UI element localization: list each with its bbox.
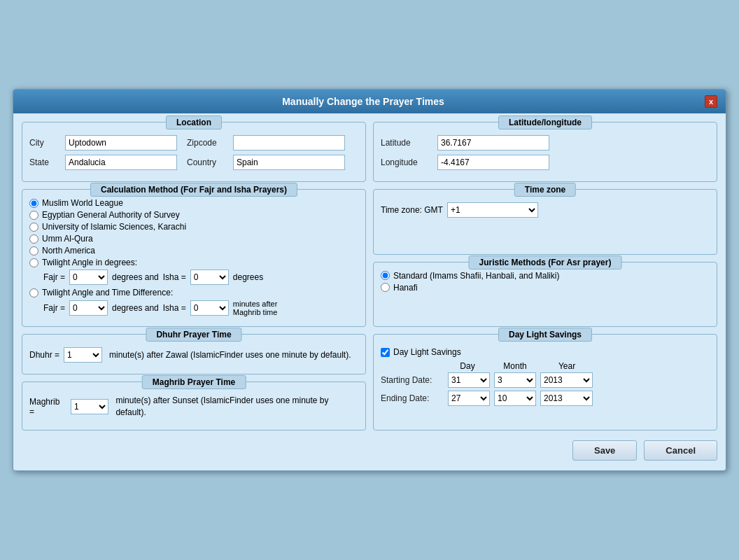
method-5-item: North America bbox=[29, 246, 358, 255]
twilight-diff-row: Fajr = 012 degrees and Isha = 012 minute… bbox=[43, 300, 358, 316]
year-col-label: Year bbox=[546, 361, 588, 371]
method-4-radio[interactable] bbox=[29, 234, 38, 244]
maghrib-select[interactable]: 102 bbox=[71, 399, 108, 414]
longitude-input[interactable] bbox=[437, 155, 549, 170]
isha-degrees-select-2[interactable]: 012 bbox=[190, 300, 229, 316]
timezone-header: Time zone bbox=[514, 183, 576, 197]
juristic-header: Juristic Methods (For Asr prayer) bbox=[469, 255, 622, 270]
city-row: City Zipcode bbox=[29, 135, 358, 150]
longitude-row: Longitude bbox=[381, 155, 710, 170]
fajr-degrees-select-1[interactable]: 0123 bbox=[69, 270, 108, 285]
juristic-1-radio[interactable] bbox=[381, 271, 390, 280]
lat-lon-header: Latitude/longitude bbox=[498, 115, 592, 130]
end-day-select[interactable]: 27131 bbox=[448, 391, 490, 406]
start-month-select[interactable]: 316 bbox=[494, 372, 536, 388]
latitude-input[interactable] bbox=[437, 135, 549, 150]
day-col-label: Day bbox=[451, 361, 484, 371]
method-7-item: Twilight Angle and Time Difference: bbox=[29, 288, 358, 298]
end-year-select[interactable]: 201320122014 bbox=[540, 391, 593, 406]
zipcode-label: Zipcode bbox=[187, 138, 229, 148]
month-col-label: Month bbox=[494, 361, 536, 371]
dhuhr-select[interactable]: 102 bbox=[64, 347, 102, 363]
ending-date-row: Ending Date: 27131 10112 201320122014 bbox=[381, 391, 710, 406]
timezone-label: Time zone: GMT bbox=[381, 205, 443, 215]
juristic-2-radio[interactable] bbox=[381, 283, 390, 292]
dls-section: Day Light Savings Day Light Savings Day … bbox=[373, 334, 717, 430]
timezone-select[interactable]: +1 0 +2 +3 -1 bbox=[447, 202, 538, 218]
method-7-radio[interactable] bbox=[29, 288, 38, 298]
maghrib-description: minute(s) after Sunset (IslamicFinder us… bbox=[115, 395, 358, 419]
city-input[interactable] bbox=[65, 135, 177, 150]
start-day-select[interactable]: 31115 bbox=[448, 372, 490, 388]
juristic-2-label: Hanafi bbox=[393, 283, 418, 293]
lat-lon-content: Latitude Longitude bbox=[381, 135, 710, 170]
timezone-content: Time zone: GMT +1 0 +2 +3 -1 bbox=[381, 202, 710, 218]
method-5-radio[interactable] bbox=[29, 246, 38, 255]
state-row: State Country bbox=[29, 155, 358, 170]
method-6-item: Twilight Angle in degrees: bbox=[29, 258, 358, 267]
starting-date-label: Starting Date: bbox=[381, 375, 444, 385]
dhuhr-content: Dhuhr = 102 minute(s) after Zawal (Islam… bbox=[29, 347, 358, 363]
dls-header: Day Light Savings bbox=[498, 328, 592, 342]
latitude-row: Latitude bbox=[381, 135, 710, 150]
isha-degrees-select-1[interactable]: 012 bbox=[190, 270, 229, 285]
method-2-label: Egyptian General Authority of Survey bbox=[42, 210, 180, 220]
location-section-header: Location bbox=[166, 115, 222, 130]
isha-label-2: Isha = bbox=[163, 303, 186, 313]
button-row: Save Cancel bbox=[22, 438, 717, 462]
method-3-item: University of Islamic Sciences, Karachi bbox=[29, 222, 358, 232]
maghrib-section: Maghrib Prayer Time Maghrib = 102 minute… bbox=[22, 382, 366, 430]
zipcode-input[interactable] bbox=[233, 135, 345, 150]
start-year-select[interactable]: 201320122014 bbox=[540, 372, 593, 388]
fajr-label-1: Fajr = bbox=[43, 272, 65, 282]
juristic-1-label: Standard (Imams Shafii, Hanbali, and Mal… bbox=[393, 271, 559, 281]
degrees-label-1: degrees bbox=[233, 272, 263, 282]
timezone-row: Time zone: GMT +1 0 +2 +3 -1 bbox=[381, 202, 710, 218]
window-title: Manually Change the Prayer Times bbox=[22, 96, 705, 107]
city-label: City bbox=[29, 138, 61, 148]
close-button[interactable]: x bbox=[705, 95, 717, 108]
method-3-radio[interactable] bbox=[29, 223, 38, 232]
dls-checkbox-row: Day Light Savings bbox=[381, 347, 710, 357]
calculation-content: Muslim World League Egyptian General Aut… bbox=[29, 198, 358, 316]
date-column-headers: Day Month Year bbox=[451, 361, 710, 371]
timezone-section: Time zone Time zone: GMT +1 0 +2 +3 -1 bbox=[373, 189, 717, 255]
method-4-label: Umm Al-Qura bbox=[42, 234, 93, 244]
fajr-degrees-select-2[interactable]: 012 bbox=[69, 300, 108, 316]
maghrib-content: Maghrib = 102 minute(s) after Sunset (Is… bbox=[29, 395, 358, 419]
juristic-content: Standard (Imams Shafii, Hanbali, and Mal… bbox=[381, 271, 710, 293]
content-area: Location City Zipcode State Country Lati… bbox=[13, 113, 726, 470]
calculation-header: Calculation Method (For Fajr and Isha Pr… bbox=[90, 183, 297, 197]
method-3-label: University of Islamic Sciences, Karachi bbox=[42, 222, 186, 232]
country-input[interactable] bbox=[233, 155, 345, 170]
ending-date-label: Ending Date: bbox=[381, 393, 444, 403]
method-6-label: Twilight Angle in degrees: bbox=[42, 258, 137, 267]
method-6-radio[interactable] bbox=[29, 258, 38, 267]
location-section: Location City Zipcode State Country bbox=[22, 122, 366, 182]
method-4-item: Umm Al-Qura bbox=[29, 234, 358, 244]
cancel-button[interactable]: Cancel bbox=[644, 440, 717, 461]
state-input[interactable] bbox=[65, 155, 177, 170]
method-1-item: Muslim World League bbox=[29, 198, 358, 208]
juristic-section: Juristic Methods (For Asr prayer) Standa… bbox=[373, 262, 717, 328]
method-1-label: Muslim World League bbox=[42, 198, 123, 208]
method-1-radio[interactable] bbox=[29, 199, 38, 208]
starting-date-row: Starting Date: 31115 316 201320122014 bbox=[381, 372, 710, 388]
main-window: Manually Change the Prayer Times x Locat… bbox=[13, 89, 726, 471]
isha-label-1: Isha = bbox=[163, 272, 186, 282]
method-5-label: North America bbox=[42, 246, 95, 255]
minutes-after-label: minutes afterMaghrib time bbox=[233, 300, 278, 316]
dhuhr-section: Dhuhr Prayer Time Dhuhr = 102 minute(s) … bbox=[22, 334, 366, 374]
save-button[interactable]: Save bbox=[572, 440, 637, 461]
method-2-item: Egyptian General Authority of Survey bbox=[29, 210, 358, 220]
method-2-radio[interactable] bbox=[29, 211, 38, 220]
dls-checkbox[interactable] bbox=[381, 348, 390, 357]
maghrib-row: Maghrib = 102 minute(s) after Sunset (Is… bbox=[29, 395, 358, 419]
juristic-1-item: Standard (Imams Shafii, Hanbali, and Mal… bbox=[381, 271, 710, 281]
dhuhr-label: Dhuhr = bbox=[29, 350, 59, 360]
degrees-and-label-2: degrees and bbox=[112, 303, 159, 313]
longitude-label: Longitude bbox=[381, 158, 433, 167]
state-label: State bbox=[29, 158, 61, 167]
end-month-select[interactable]: 10112 bbox=[494, 391, 536, 406]
lat-lon-section: Latitude/longitude Latitude Longitude bbox=[373, 122, 717, 182]
